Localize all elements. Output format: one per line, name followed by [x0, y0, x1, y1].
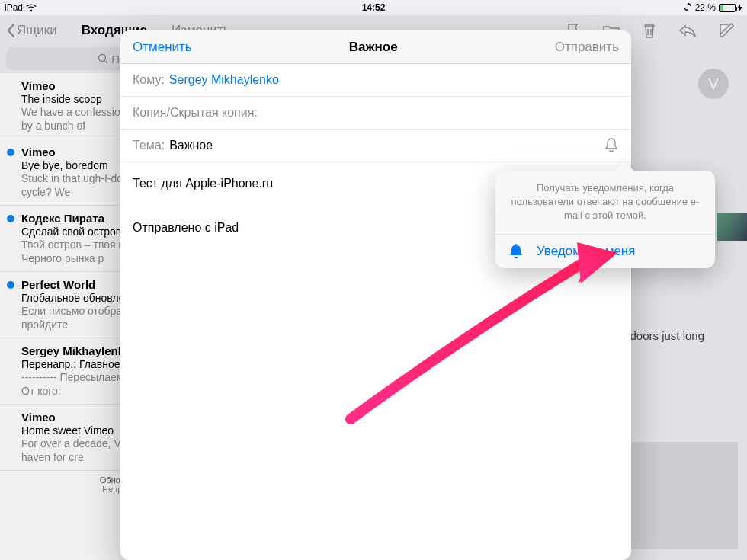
compose-title: Важное: [349, 40, 398, 55]
to-row[interactable]: Кому: Sergey Mikhaylenko: [120, 64, 631, 97]
compose-header: Отменить Важное Отправить: [120, 30, 631, 64]
send-button[interactable]: Отправить: [555, 40, 619, 55]
notify-me-label: Уведомить меня: [537, 244, 635, 259]
subject-label: Тема:: [133, 139, 165, 152]
popover-description: Получать уведомления, когда пользователи…: [495, 171, 715, 235]
cancel-button[interactable]: Отменить: [133, 40, 192, 55]
to-label: Кому:: [133, 73, 165, 87]
bell-filled-icon: [509, 244, 523, 259]
to-recipient[interactable]: Sergey Mikhaylenko: [169, 73, 279, 87]
compose-sheet: Отменить Важное Отправить Кому: Sergey M…: [120, 30, 631, 560]
subject-row[interactable]: Тема: Важное: [120, 130, 631, 162]
bell-icon[interactable]: [604, 137, 619, 154]
cc-label: Копия/Скрытая копия:: [133, 106, 258, 120]
cc-row[interactable]: Копия/Скрытая копия:: [120, 97, 631, 130]
notify-me-button[interactable]: Уведомить меня: [495, 235, 715, 268]
subject-value[interactable]: Важное: [169, 139, 213, 152]
notify-popover: Получать уведомления, когда пользователи…: [495, 171, 715, 268]
